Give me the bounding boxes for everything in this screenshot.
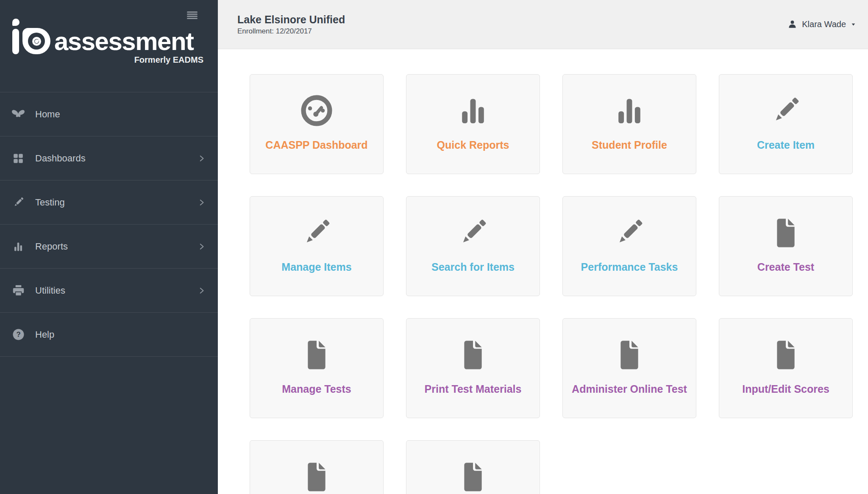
- file-icon: [611, 336, 648, 373]
- chevron-right-icon: [198, 286, 205, 295]
- card-print-test-materials[interactable]: Print Test Materials: [406, 318, 540, 418]
- enrollment-date: Enrollment: 12/20/2017: [237, 27, 345, 36]
- card-partial[interactable]: [406, 440, 540, 494]
- bar-chart-icon: [10, 239, 26, 254]
- card-create-item[interactable]: Create Item: [719, 74, 853, 174]
- card-performance-tasks[interactable]: Performance Tasks: [562, 196, 696, 296]
- file-icon: [768, 214, 804, 251]
- sidebar-item-label: Help: [35, 329, 54, 340]
- card-search-for-items[interactable]: Search for Items: [406, 196, 540, 296]
- card-label: Search for Items: [431, 261, 515, 273]
- card-label: Performance Tasks: [581, 261, 678, 273]
- card-administer-online-test[interactable]: Administer Online Test: [562, 318, 696, 418]
- file-icon: [298, 336, 335, 373]
- district-info: Lake Elsinore Unified Enrollment: 12/20/…: [237, 13, 345, 36]
- pencil-icon: [455, 214, 491, 251]
- sidebar-item-label: Dashboards: [35, 153, 86, 164]
- main-area: Lake Elsinore Unified Enrollment: 12/20/…: [218, 0, 868, 494]
- card-label: Manage Items: [281, 261, 351, 273]
- sidebar: assessment Formerly EADMS Home Dashboard…: [0, 0, 218, 494]
- user-menu[interactable]: Klara Wade: [787, 19, 856, 29]
- sidebar-item-label: Testing: [35, 197, 65, 208]
- pencil-icon: [611, 214, 648, 251]
- card-label: Quick Reports: [437, 139, 509, 151]
- card-label: Input/Edit Scores: [742, 383, 829, 395]
- user-name: Klara Wade: [802, 19, 846, 29]
- io-logo-mark-icon: [9, 19, 51, 54]
- district-name: Lake Elsinore Unified: [237, 13, 345, 26]
- top-header: Lake Elsinore Unified Enrollment: 12/20/…: [218, 0, 868, 49]
- pencil-icon: [768, 92, 804, 129]
- card-label: Administer Online Test: [572, 383, 687, 395]
- card-grid: CAASPP Dashboard Quick Reports Student P…: [250, 74, 858, 494]
- hamburger-icon[interactable]: [187, 11, 198, 19]
- chevron-right-icon: [198, 242, 205, 251]
- sidebar-item-utilities[interactable]: Utilities: [0, 269, 218, 313]
- card-label: Create Test: [757, 261, 814, 273]
- gauge-icon: [298, 92, 335, 129]
- app-window: assessment Formerly EADMS Home Dashboard…: [0, 0, 868, 494]
- file-icon: [455, 336, 491, 373]
- sidebar-item-label: Utilities: [35, 285, 65, 296]
- sidebar-item-home[interactable]: Home: [0, 92, 218, 136]
- person-icon: [787, 19, 797, 29]
- card-label: Print Test Materials: [425, 383, 522, 395]
- card-partial[interactable]: [250, 440, 384, 494]
- sidebar-item-reports[interactable]: Reports: [0, 225, 218, 269]
- printer-icon: [10, 283, 26, 298]
- card-label: Manage Tests: [282, 383, 351, 395]
- card-label: Create Item: [757, 139, 815, 151]
- bar-chart-icon: [455, 92, 491, 129]
- butterfly-icon: [10, 107, 26, 122]
- sidebar-item-help[interactable]: Help: [0, 313, 218, 357]
- brand-name: assessment: [51, 29, 194, 54]
- chevron-right-icon: [198, 154, 205, 163]
- brand-tagline: Formerly EADMS: [9, 55, 203, 65]
- file-icon: [455, 458, 491, 494]
- bar-chart-icon: [611, 92, 648, 129]
- card-caaspp-dashboard[interactable]: CAASPP Dashboard: [250, 74, 384, 174]
- sidebar-item-label: Reports: [35, 241, 68, 252]
- file-icon: [768, 336, 804, 373]
- card-manage-tests[interactable]: Manage Tests: [250, 318, 384, 418]
- sidebar-item-testing[interactable]: Testing: [0, 180, 218, 225]
- sidebar-item-label: Home: [35, 109, 60, 120]
- pencil-icon: [10, 195, 26, 210]
- card-create-test[interactable]: Create Test: [719, 196, 853, 296]
- question-icon: [10, 327, 26, 342]
- chevron-right-icon: [198, 198, 205, 207]
- card-quick-reports[interactable]: Quick Reports: [406, 74, 540, 174]
- sidebar-item-dashboards[interactable]: Dashboards: [0, 136, 218, 180]
- card-student-profile[interactable]: Student Profile: [562, 74, 696, 174]
- sidebar-nav: Home Dashboards Testing Reports Utilitie…: [0, 92, 218, 357]
- card-manage-items[interactable]: Manage Items: [250, 196, 384, 296]
- caret-down-icon: [851, 22, 856, 27]
- grid-icon: [10, 151, 26, 166]
- file-icon: [298, 458, 335, 494]
- app-logo: assessment Formerly EADMS: [0, 0, 218, 65]
- card-label: CAASPP Dashboard: [265, 139, 367, 151]
- card-input-edit-scores[interactable]: Input/Edit Scores: [719, 318, 853, 418]
- dashboard-content: CAASPP Dashboard Quick Reports Student P…: [218, 49, 868, 494]
- pencil-icon: [298, 214, 335, 251]
- card-label: Student Profile: [592, 139, 667, 151]
